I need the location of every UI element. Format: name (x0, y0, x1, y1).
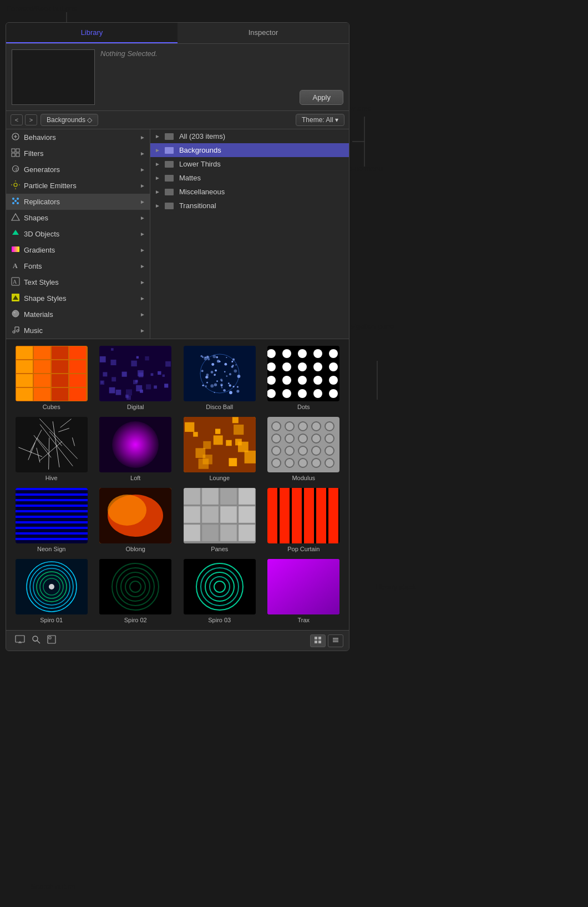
right-nav-item-transitional[interactable]: ►Transitional (150, 199, 349, 213)
svg-point-125 (224, 371, 226, 372)
svg-rect-72 (100, 356, 106, 362)
grid-item-disco-ball[interactable]: Disco Ball (179, 344, 261, 412)
svg-rect-221 (315, 641, 317, 643)
grid-label-spiro03: Spiro 03 (208, 617, 231, 623)
right-nav-item-lower-thirds[interactable]: ►Lower Thirds (150, 157, 349, 171)
left-nav-item-fonts[interactable]: AFonts► (6, 258, 150, 274)
forward-button[interactable]: > (25, 114, 37, 125)
left-nav-label: Shape Styles (24, 294, 67, 303)
left-nav-item-particle-emitters[interactable]: Particle Emitters► (6, 178, 150, 194)
grid-item-spiro03[interactable]: Spiro 03 (179, 557, 261, 626)
svg-point-24 (17, 202, 19, 204)
svg-point-112 (232, 386, 234, 387)
theme-popup-button[interactable]: Theme: All ▾ (296, 114, 344, 126)
navigation-pane-annotation: Navigation pane (342, 322, 394, 330)
svg-point-129 (206, 382, 208, 384)
grid-item-lounge[interactable]: Lounge (179, 415, 261, 483)
breadcrumb-button[interactable]: Backgrounds ◇ (40, 114, 98, 126)
right-nav-item-miscellaneous[interactable]: ►Miscellaneous (150, 185, 349, 199)
grid-item-trax[interactable]: Trax (263, 557, 345, 626)
list-view-button[interactable] (328, 634, 343, 647)
fonts-icon: A (11, 261, 21, 271)
svg-rect-183 (239, 488, 255, 505)
grid-item-spiro02[interactable]: Spiro 02 (95, 557, 177, 626)
left-nav-item-shapes[interactable]: Shapes► (6, 210, 150, 226)
chevron-icon: ► (140, 183, 145, 189)
grid-label-digital: Digital (127, 404, 144, 410)
grid-item-neon-sign[interactable]: Neon Sign (11, 486, 93, 555)
right-nav-label: Miscellaneous (179, 188, 225, 196)
svg-point-104 (216, 380, 218, 382)
chevron-icon: ► (140, 295, 145, 301)
text-styles-icon: A (11, 277, 21, 288)
grid-label-modulus: Modulus (292, 475, 315, 481)
svg-rect-49 (69, 360, 86, 373)
svg-rect-167 (193, 432, 198, 437)
folder-icon (165, 189, 174, 195)
apply-button[interactable]: Apply (300, 90, 343, 105)
right-nav-item-backgrounds[interactable]: ►Backgrounds (150, 143, 349, 157)
grid-thumb-oblong (99, 488, 171, 543)
svg-point-137 (219, 361, 220, 362)
svg-point-178 (108, 495, 146, 526)
svg-point-133 (229, 384, 231, 386)
left-nav-item-shape-styles[interactable]: Shape Styles► (6, 290, 150, 306)
grid-item-spiro01[interactable]: Spiro 01 (11, 557, 93, 626)
grid-label-cubes: Cubes (43, 404, 60, 410)
window-button[interactable] (44, 634, 59, 647)
grid-item-dots[interactable]: Dots (263, 344, 345, 412)
grid-item-digital[interactable]: Digital (95, 344, 177, 412)
left-nav-item-behaviors[interactable]: Behaviors► (6, 129, 150, 145)
grid-item-pop-curtain[interactable]: Pop Curtain (263, 486, 345, 555)
right-nav-item-mattes[interactable]: ►Mattes (150, 171, 349, 185)
svg-rect-173 (232, 417, 239, 423)
svg-point-132 (204, 357, 207, 360)
particle-emitters-icon (11, 180, 21, 191)
left-nav-item-gradients[interactable]: Gradients► (6, 242, 150, 258)
svg-point-95 (215, 370, 217, 372)
svg-rect-170 (213, 435, 222, 445)
svg-point-109 (231, 366, 233, 368)
grid-label-trax: Trax (297, 617, 310, 623)
svg-rect-220 (318, 637, 321, 639)
back-button[interactable]: < (11, 114, 23, 125)
left-nav-label: Particle Emitters (24, 182, 77, 190)
grid-view-icon (314, 636, 322, 644)
svg-rect-84 (131, 361, 138, 367)
left-nav-item-music[interactable]: Music► (6, 323, 150, 339)
left-nav-item-generators[interactable]: ②Generators► (6, 162, 150, 178)
svg-rect-168 (203, 441, 211, 449)
folder-icon (165, 133, 174, 140)
grid-item-panes[interactable]: Panes (179, 486, 261, 555)
grid-item-hive[interactable]: Hive (11, 415, 93, 483)
svg-point-117 (229, 391, 232, 394)
tab-inspector[interactable]: Inspector (178, 23, 349, 43)
left-nav-item-3d-objects[interactable]: 3D Objects► (6, 226, 150, 242)
svg-point-22 (17, 198, 19, 200)
left-nav-item-materials[interactable]: Materials► (6, 306, 150, 323)
grid-item-cubes[interactable]: Cubes (11, 344, 93, 412)
svg-point-101 (205, 385, 207, 387)
grid-view-button[interactable] (310, 634, 326, 647)
left-nav-item-replicators[interactable]: Replicators► (6, 194, 150, 210)
tab-library[interactable]: Library (6, 23, 178, 43)
svg-point-215 (33, 636, 38, 641)
svg-point-25 (14, 200, 17, 202)
svg-point-120 (232, 359, 235, 361)
grid-item-oblong[interactable]: Oblong (95, 486, 177, 555)
svg-point-35 (13, 312, 16, 314)
search-button[interactable] (28, 634, 44, 647)
chevron-icon: ► (140, 263, 145, 269)
svg-rect-69 (122, 372, 127, 377)
right-nav-label: Backgrounds (179, 146, 221, 154)
grid-thumb-lounge (184, 417, 256, 472)
svg-rect-48 (52, 360, 68, 373)
left-nav-item-text-styles[interactable]: AText Styles► (6, 274, 150, 290)
grid-item-loft[interactable]: Loft (95, 415, 177, 483)
svg-rect-87 (151, 373, 154, 376)
left-nav-item-filters[interactable]: Filters► (6, 145, 150, 162)
right-nav-item-all-(203-items)[interactable]: ►All (203 items) (150, 129, 349, 143)
import-button[interactable] (12, 634, 28, 647)
grid-item-modulus[interactable]: Modulus (263, 415, 345, 483)
svg-text:A: A (13, 262, 18, 270)
